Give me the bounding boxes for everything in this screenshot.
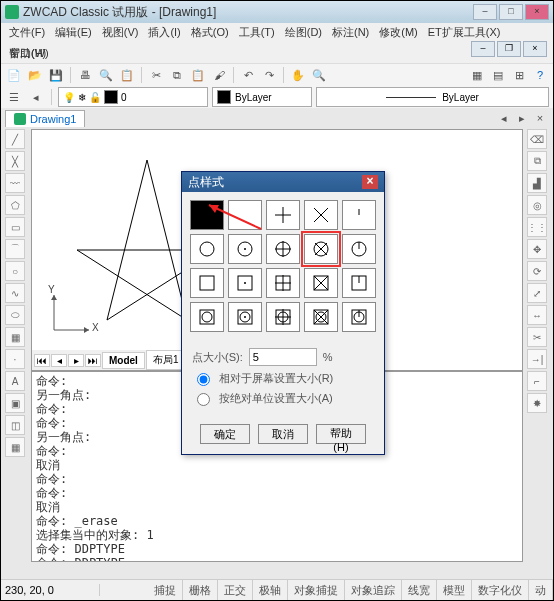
size-input[interactable] xyxy=(249,348,317,366)
help-icon[interactable]: ? xyxy=(531,66,549,84)
tab-next-icon[interactable]: ▸ xyxy=(68,354,84,367)
tab-last-icon[interactable]: ⏭ xyxy=(85,354,101,367)
copy-obj-icon[interactable]: ⧉ xyxy=(527,151,547,171)
tab-close-icon[interactable]: × xyxy=(531,109,549,127)
pt-style-9[interactable] xyxy=(342,234,376,264)
circle-icon[interactable]: ○ xyxy=(5,261,25,281)
pt-style-12[interactable] xyxy=(266,268,300,298)
explode-icon[interactable]: ✸ xyxy=(527,393,547,413)
tab-first-icon[interactable]: ⏮ xyxy=(34,354,50,367)
pt-style-8[interactable] xyxy=(304,234,338,264)
help-button[interactable]: 帮助(H) xyxy=(316,424,366,444)
minimize-button[interactable]: – xyxy=(473,4,497,20)
status-otrack[interactable]: 对象追踪 xyxy=(345,580,402,600)
tab-nav-right-icon[interactable]: ▸ xyxy=(513,109,531,127)
color-dropdown[interactable]: ByLayer xyxy=(212,87,312,107)
spline-icon[interactable]: ∿ xyxy=(5,283,25,303)
pt-style-14[interactable] xyxy=(342,268,376,298)
status-grid[interactable]: 栅格 xyxy=(183,580,218,600)
pt-style-0[interactable] xyxy=(190,200,224,230)
menu-tools[interactable]: 工具(T) xyxy=(235,23,279,42)
pt-style-3[interactable] xyxy=(304,200,338,230)
pt-style-7[interactable] xyxy=(266,234,300,264)
pt-style-16[interactable] xyxy=(228,302,262,332)
pline-icon[interactable]: 〰 xyxy=(5,173,25,193)
menu-file[interactable]: 文件(F) xyxy=(5,23,49,42)
polygon-icon[interactable]: ⬠ xyxy=(5,195,25,215)
line-icon[interactable]: ╱ xyxy=(5,129,25,149)
status-polar[interactable]: 极轴 xyxy=(253,580,288,600)
paste-icon[interactable]: 📋 xyxy=(189,66,207,84)
pt-style-11[interactable] xyxy=(228,268,262,298)
pan-icon[interactable]: ✋ xyxy=(289,66,307,84)
layer-prev-icon[interactable]: ◂ xyxy=(27,88,45,106)
pt-style-5[interactable] xyxy=(190,234,224,264)
tab-nav-left-icon[interactable]: ◂ xyxy=(495,109,513,127)
pt-style-13[interactable] xyxy=(304,268,338,298)
ok-button[interactable]: 确定 xyxy=(200,424,250,444)
rotate-icon[interactable]: ⟳ xyxy=(527,261,547,281)
table-icon[interactable]: ▦ xyxy=(5,437,25,457)
status-ortho[interactable]: 正交 xyxy=(218,580,253,600)
trim-icon[interactable]: ✂ xyxy=(527,327,547,347)
stretch-icon[interactable]: ↔ xyxy=(527,305,547,325)
point-icon[interactable]: · xyxy=(5,349,25,369)
zoom-icon[interactable]: 🔍 xyxy=(310,66,328,84)
layer-mgr-icon[interactable]: ☰ xyxy=(5,88,23,106)
status-digitizer[interactable]: 数字化仪 xyxy=(472,580,529,600)
pt-style-1[interactable] xyxy=(228,200,262,230)
tab-model[interactable]: Model xyxy=(102,352,145,369)
pt-style-18[interactable] xyxy=(304,302,338,332)
pt-style-2[interactable] xyxy=(266,200,300,230)
move-icon[interactable]: ✥ xyxy=(527,239,547,259)
scale-icon[interactable]: ⤢ xyxy=(527,283,547,303)
status-snap[interactable]: 捕捉 xyxy=(148,580,183,600)
cancel-button[interactable]: 取消 xyxy=(258,424,308,444)
status-model[interactable]: 模型 xyxy=(437,580,472,600)
menu-edit[interactable]: 编辑(E) xyxy=(51,23,96,42)
menu-format[interactable]: 格式(O) xyxy=(187,23,233,42)
match-icon[interactable]: 🖌 xyxy=(210,66,228,84)
pt-style-10[interactable] xyxy=(190,268,224,298)
layer-dropdown[interactable]: 💡 ❄ 🔓 0 xyxy=(58,87,208,107)
menu-draw[interactable]: 绘图(D) xyxy=(281,23,326,42)
menu-et[interactable]: ET扩展工具(X) xyxy=(424,23,505,42)
props-icon[interactable]: ▤ xyxy=(489,66,507,84)
doc-tab-drawing1[interactable]: Drawing1 xyxy=(5,110,85,127)
array-icon[interactable]: ⋮⋮ xyxy=(527,217,547,237)
preview-icon[interactable]: 🔍 xyxy=(97,66,115,84)
tab-layout1[interactable]: 布局1 xyxy=(146,350,186,370)
ellipse-icon[interactable]: ⬭ xyxy=(5,305,25,325)
inner-minimize-button[interactable]: – xyxy=(471,41,495,57)
maximize-button[interactable]: □ xyxy=(499,4,523,20)
undo-icon[interactable]: ↶ xyxy=(239,66,257,84)
radio-relative[interactable] xyxy=(197,373,210,386)
redo-icon[interactable]: ↷ xyxy=(260,66,278,84)
menu-help[interactable]: 帮助(H) xyxy=(5,44,50,63)
menu-view[interactable]: 视图(V) xyxy=(98,23,143,42)
layers-icon[interactable]: ▦ xyxy=(468,66,486,84)
copy-icon[interactable]: ⧉ xyxy=(168,66,186,84)
plot-icon[interactable]: 📋 xyxy=(118,66,136,84)
pt-style-6[interactable] xyxy=(228,234,262,264)
tab-prev-icon[interactable]: ◂ xyxy=(51,354,67,367)
inner-restore-button[interactable]: ❐ xyxy=(497,41,521,57)
print-icon[interactable]: 🖶 xyxy=(76,66,94,84)
hatch-icon[interactable]: ▦ xyxy=(5,327,25,347)
xline-icon[interactable]: ╳ xyxy=(5,151,25,171)
dialog-titlebar[interactable]: 点样式 × xyxy=(182,172,384,192)
close-button[interactable]: × xyxy=(525,4,549,20)
pt-style-15[interactable] xyxy=(190,302,224,332)
offset-icon[interactable]: ◎ xyxy=(527,195,547,215)
status-dyn[interactable]: 动 xyxy=(529,580,553,600)
status-lwt[interactable]: 线宽 xyxy=(402,580,437,600)
region-icon[interactable]: ◫ xyxy=(5,415,25,435)
erase-icon[interactable]: ⌫ xyxy=(527,129,547,149)
pt-style-19[interactable] xyxy=(342,302,376,332)
linetype-dropdown[interactable]: ByLayer xyxy=(316,87,549,107)
menu-insert[interactable]: 插入(I) xyxy=(144,23,184,42)
extend-icon[interactable]: →| xyxy=(527,349,547,369)
status-osnap[interactable]: 对象捕捉 xyxy=(288,580,345,600)
pt-style-17[interactable] xyxy=(266,302,300,332)
cut-icon[interactable]: ✂ xyxy=(147,66,165,84)
